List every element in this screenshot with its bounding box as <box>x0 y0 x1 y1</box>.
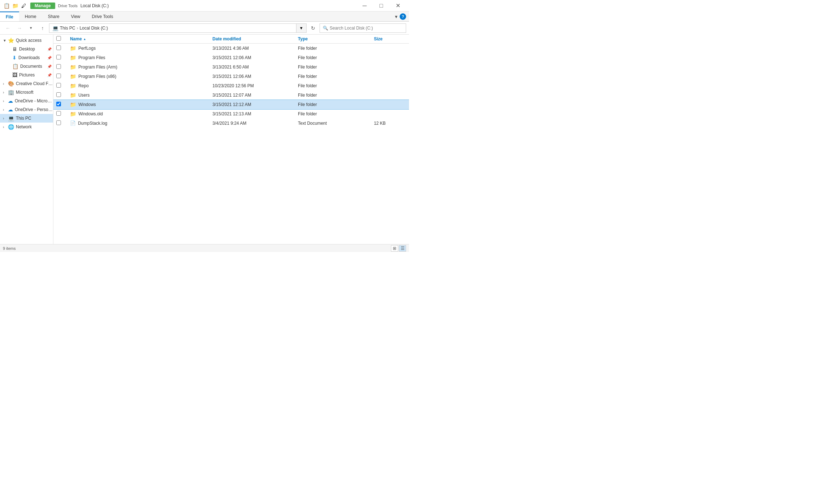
file-size <box>371 81 409 90</box>
manage-tab-button[interactable]: Manage <box>30 3 55 9</box>
col-header-date[interactable]: Date modified <box>210 35 295 44</box>
search-input[interactable] <box>330 26 403 31</box>
table-row[interactable]: 📁PerfLogs3/13/2021 4:36 AMFile folder <box>53 44 409 53</box>
view-list-button[interactable]: ☰ <box>399 245 406 252</box>
sidebar-label-documents: Documents <box>20 64 42 69</box>
address-path[interactable]: 💻 This PC › Local Disk (C:) <box>49 23 296 33</box>
path-local-disk[interactable]: Local Disk (C:) <box>80 26 108 31</box>
file-size <box>371 90 409 100</box>
file-name: Program Files (x86) <box>78 74 116 79</box>
file-type: Text Document <box>295 119 371 128</box>
tab-view[interactable]: View <box>65 12 86 21</box>
folder-icon: 📁 <box>70 74 76 79</box>
forward-button[interactable]: → <box>14 23 25 33</box>
maximize-button[interactable]: □ <box>373 0 390 12</box>
sidebar-item-downloads[interactable]: ⬇ Downloads 📌 <box>0 53 53 62</box>
address-dropdown-button[interactable]: ▾ <box>296 23 307 33</box>
search-box: 🔍 <box>320 23 406 33</box>
up-button[interactable]: ↑ <box>38 23 48 33</box>
search-icon: 🔍 <box>323 26 328 31</box>
sidebar-label-desktop: Desktop <box>19 47 35 52</box>
sidebar-item-pictures[interactable]: 🖼 Pictures 📌 <box>0 71 53 79</box>
row-checkbox[interactable] <box>56 45 61 50</box>
col-header-size[interactable]: Size <box>371 35 409 44</box>
refresh-button[interactable]: ↻ <box>308 23 318 33</box>
row-checkbox[interactable] <box>56 74 61 78</box>
sidebar-item-microsoft[interactable]: › 🏢 Microsoft <box>0 88 53 97</box>
pen-icon[interactable]: 🖊 <box>20 2 27 9</box>
row-checkbox[interactable] <box>56 102 61 106</box>
ribbon-right: ▾ ? <box>392 12 409 21</box>
view-details-button[interactable]: ⊞ <box>391 245 398 252</box>
clipboard-icon[interactable]: 📋 <box>3 2 10 9</box>
row-checkbox[interactable] <box>56 83 61 88</box>
file-date: 3/15/2021 12:07 AM <box>210 90 295 100</box>
file-date: 3/13/2021 6:50 AM <box>210 62 295 72</box>
sidebar-label-downloads: Downloads <box>18 55 40 60</box>
sidebar-item-this-pc[interactable]: › 💻 This PC <box>0 114 53 123</box>
back-button[interactable]: ← <box>3 23 13 33</box>
sidebar-label-pictures: Pictures <box>19 72 35 78</box>
help-dropdown-icon[interactable]: ▾ <box>395 14 397 19</box>
table-row[interactable]: 📁Users3/15/2021 12:07 AMFile folder <box>53 90 409 100</box>
file-size <box>371 62 409 72</box>
file-date: 3/15/2021 12:13 AM <box>210 109 295 119</box>
ribbon: File Home Share View Drive Tools ▾ ? <box>0 12 409 22</box>
sidebar-item-network[interactable]: › 🌐 Network <box>0 123 53 131</box>
onedrive-ms-icon: ☁ <box>8 98 13 104</box>
table-row[interactable]: 📁Repo10/23/2020 12:56 PMFile folder <box>53 81 409 90</box>
sidebar-item-onedrive-personal[interactable]: › ☁ OneDrive - Personal <box>0 105 53 114</box>
table-row[interactable]: 📄DumpStack.log3/4/2021 9:24 AMText Docum… <box>53 119 409 128</box>
title-bar: 📋 📁 🖊 Manage Drive Tools Local Disk (C:)… <box>0 0 409 12</box>
status-bar: 9 items ⊞ ☰ <box>0 244 409 252</box>
row-checkbox[interactable] <box>56 111 61 116</box>
documents-icon: 📋 <box>12 63 18 69</box>
tab-file[interactable]: File <box>0 12 19 21</box>
this-pc-icon: 💻 <box>8 115 14 121</box>
folder-icon: 📁 <box>70 45 76 51</box>
row-checkbox[interactable] <box>56 120 61 125</box>
path-this-pc[interactable]: This PC <box>60 26 75 31</box>
col-header-check[interactable] <box>53 35 67 44</box>
desktop-pin-icon: 📌 <box>47 47 52 51</box>
file-name: DumpStack.log <box>78 121 107 126</box>
help-icon[interactable]: ? <box>400 13 406 20</box>
tab-drive-tools[interactable]: Drive Tools <box>86 12 119 21</box>
row-checkbox[interactable] <box>56 92 61 97</box>
drive-tools-label: Drive Tools <box>58 4 78 8</box>
file-type: File folder <box>295 62 371 72</box>
folder-icon: 📁 <box>70 92 76 98</box>
folder-icon[interactable]: 📁 <box>12 2 19 9</box>
select-all-checkbox[interactable] <box>56 36 61 41</box>
tab-share[interactable]: Share <box>42 12 65 21</box>
pictures-icon: 🖼 <box>12 72 17 78</box>
file-date: 3/15/2021 12:06 AM <box>210 72 295 81</box>
file-list[interactable]: Name ▲ Date modified Type Size 📁PerfLogs… <box>53 35 409 244</box>
name-sort-arrow: ▲ <box>83 37 86 41</box>
sidebar-item-desktop[interactable]: 🖥 Desktop 📌 <box>0 45 53 53</box>
microsoft-arrow: › <box>3 90 8 94</box>
file-name: Users <box>78 93 89 98</box>
table-row[interactable]: 📁Windows.old3/15/2021 12:13 AMFile folde… <box>53 109 409 119</box>
table-row[interactable]: 📁Program Files (Arm)3/13/2021 6:50 AMFil… <box>53 62 409 72</box>
sidebar-item-documents[interactable]: 📋 Documents 📌 <box>0 62 53 71</box>
col-header-name[interactable]: Name ▲ <box>67 35 210 44</box>
table-row[interactable]: 📁Windows3/15/2021 12:12 AMFile folder <box>53 100 409 109</box>
sidebar-item-onedrive-microsoft[interactable]: › ☁ OneDrive - Microsoft <box>0 97 53 105</box>
col-header-type[interactable]: Type <box>295 35 371 44</box>
file-icon: 📄 <box>70 120 76 126</box>
table-row[interactable]: 📁Program Files3/15/2021 12:06 AMFile fol… <box>53 53 409 62</box>
address-path-container: 💻 This PC › Local Disk (C:) ▾ <box>49 23 307 33</box>
table-row[interactable]: 📁Program Files (x86)3/15/2021 12:06 AMFi… <box>53 72 409 81</box>
onedrive-personal-icon: ☁ <box>8 107 13 112</box>
close-button[interactable]: ✕ <box>390 0 406 12</box>
tab-home[interactable]: Home <box>19 12 42 21</box>
sidebar-item-creative-cloud[interactable]: › 🎨 Creative Cloud Files <box>0 79 53 88</box>
file-size <box>371 44 409 53</box>
row-checkbox[interactable] <box>56 55 61 59</box>
minimize-button[interactable]: ─ <box>356 0 373 12</box>
row-checkbox[interactable] <box>56 64 61 69</box>
file-size <box>371 72 409 81</box>
recent-locations-button[interactable]: ▾ <box>26 23 36 33</box>
sidebar-item-quick-access[interactable]: ▼ ⭐ Quick access <box>0 36 53 45</box>
